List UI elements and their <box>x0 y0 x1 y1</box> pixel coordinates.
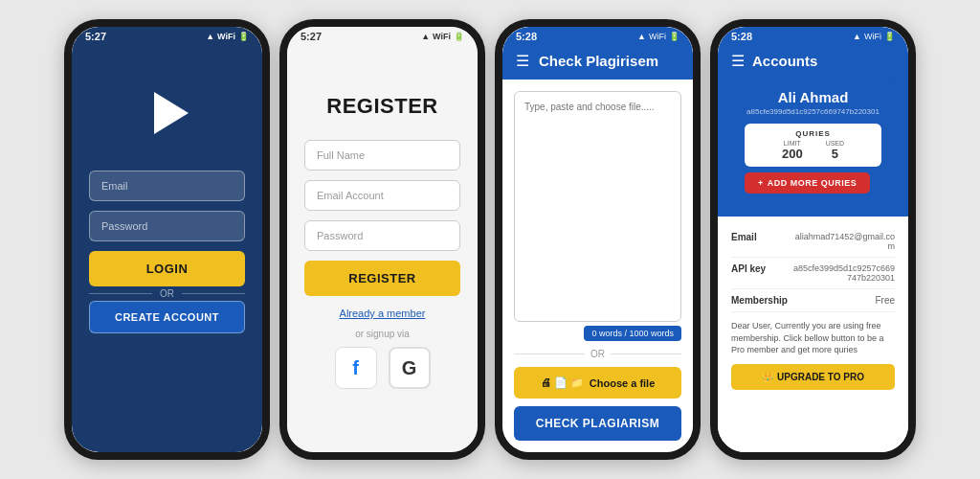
plagiarism-textarea[interactable] <box>514 91 681 322</box>
status-time-register: 5:27 <box>301 31 322 42</box>
choose-file-label: Choose a file <box>590 377 655 389</box>
word-count-badge: 0 words / 1000 words <box>584 326 681 341</box>
email-label: Email <box>731 232 757 251</box>
or-row: OR <box>514 349 681 359</box>
accounts-screen: 5:28 ▲ WiFi 🔋 ☰ Accounts Ali Ahmad a85cf… <box>710 19 916 460</box>
app-logo <box>139 84 196 142</box>
check-plagiarism-button[interactable]: CHECK PLAGIARISM <box>514 406 681 441</box>
file-icons: 🖨 📄 📁 <box>541 376 584 389</box>
check-header-title: Check Plagirisem <box>539 53 658 69</box>
choose-file-button[interactable]: 🖨 📄 📁 Choose a file <box>514 367 681 399</box>
email-value: aliahmad71452@gmail.com <box>790 232 895 251</box>
status-bar-register: 5:27 ▲ WiFi 🔋 <box>287 27 478 44</box>
login-form: LOGIN <box>72 171 262 286</box>
accounts-header-top: ☰ Accounts <box>731 52 895 70</box>
already-member-link[interactable]: Already a member <box>304 308 460 319</box>
status-icons-login: ▲ WiFi 🔋 <box>206 32 249 41</box>
membership-row: Membership Free <box>731 289 895 312</box>
check-app-header: ☰ Check Plagirisem <box>502 44 693 80</box>
limit-value: 200 <box>782 147 803 161</box>
api-value: a85cfe399d5d1c9257c669747b220301 <box>790 263 895 283</box>
login-screen: 5:27 ▲ WiFi 🔋 LOGIN OR <box>64 19 270 460</box>
register-button[interactable]: REGISTER <box>304 261 460 296</box>
used-value: 5 <box>826 147 844 161</box>
status-time-check: 5:28 <box>516 31 537 42</box>
status-time-accounts: 5:28 <box>731 31 752 42</box>
or-text: OR <box>160 288 174 299</box>
upgrade-to-pro-button[interactable]: 👑 UPGRADE TO PRO <box>731 364 895 390</box>
email-account-input[interactable] <box>304 180 460 211</box>
limit-label: LIMIT <box>782 140 803 147</box>
email-input[interactable] <box>89 171 245 201</box>
or-divider: OR <box>72 288 262 299</box>
password-input[interactable] <box>89 211 245 241</box>
register-screen: 5:27 ▲ WiFi 🔋 REGISTER REGISTER Already … <box>279 19 485 460</box>
accounts-header: ☰ Accounts Ali Ahmad a85cfe399d5d1c9257c… <box>718 44 908 217</box>
accounts-header-title: Accounts <box>752 53 817 69</box>
queries-label: QURIES <box>795 129 831 138</box>
membership-label: Membership <box>731 295 788 306</box>
or-signup-text: or signup via <box>355 329 410 339</box>
account-username: Ali Ahmad <box>745 89 881 105</box>
facebook-button[interactable]: f <box>335 347 377 389</box>
account-api-display: a85cfe399d5d1c9257c669747b220301 <box>745 107 881 116</box>
create-account-button[interactable]: CREATE ACCOUNT <box>89 301 245 333</box>
google-button[interactable]: G <box>389 347 431 389</box>
email-info-row: Email aliahmad71452@gmail.com <box>731 226 895 258</box>
upgrade-button-label: UPGRADE TO PRO <box>777 372 864 382</box>
fullname-input[interactable] <box>304 140 460 171</box>
status-time-login: 5:27 <box>85 31 106 42</box>
upgrade-note: Dear User, Currently you are using free … <box>731 312 895 364</box>
register-title: REGISTER <box>326 94 437 119</box>
logo-triangle <box>154 92 189 134</box>
add-queries-label: ADD MORE QURIES <box>768 178 858 188</box>
api-info-row: API key a85cfe399d5d1c9257c669747b220301 <box>731 258 895 289</box>
status-icons-check: ▲ WiFi 🔋 <box>637 32 679 41</box>
account-card: Ali Ahmad a85cfe399d5d1c9257c669747b2203… <box>731 80 895 203</box>
social-buttons: f G <box>335 347 431 389</box>
status-bar-login: 5:27 ▲ WiFi 🔋 <box>72 27 262 44</box>
or-text-check: OR <box>590 349 605 359</box>
used-label: USED <box>826 140 844 147</box>
membership-value: Free <box>875 295 895 306</box>
plus-icon: + <box>758 178 764 188</box>
check-body: 0 words / 1000 words OR 🖨 📄 📁 Choose a f… <box>502 80 693 452</box>
api-label: API key <box>731 263 766 283</box>
crown-icon: 👑 <box>762 372 773 382</box>
password-register-input[interactable] <box>304 220 460 251</box>
hamburger-icon[interactable]: ☰ <box>516 52 529 70</box>
accounts-hamburger-icon[interactable]: ☰ <box>731 52 745 70</box>
used-item: USED 5 <box>826 140 844 161</box>
status-icons-accounts: ▲ WiFi 🔋 <box>853 32 895 41</box>
queries-box: QURIES LIMIT 200 USED 5 <box>745 124 881 167</box>
limit-item: LIMIT 200 <box>782 140 803 161</box>
status-icons-register: ▲ WiFi 🔋 <box>421 32 464 41</box>
add-queries-button[interactable]: + ADD MORE QURIES <box>745 172 870 194</box>
check-plagiarism-screen: 5:28 ▲ WiFi 🔋 ☰ Check Plagirisem 0 words… <box>495 19 701 460</box>
account-body: Email aliahmad71452@gmail.com API key a8… <box>718 217 908 452</box>
register-form: REGISTER Already a member <box>287 140 478 319</box>
login-button[interactable]: LOGIN <box>89 251 245 286</box>
queries-row: LIMIT 200 USED 5 <box>782 140 844 161</box>
